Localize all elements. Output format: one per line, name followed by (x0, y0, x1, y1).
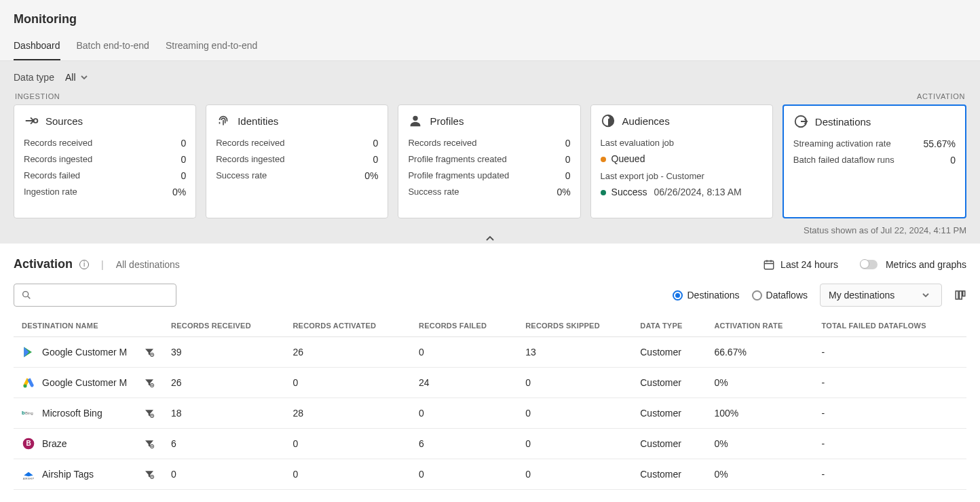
data-type-select[interactable]: All (65, 72, 88, 83)
destination-name: Braze (42, 438, 137, 449)
svg-point-11 (24, 385, 27, 388)
destinations-streaming-rate-label: Streaming activation rate (793, 138, 891, 149)
data-type-value: All (65, 72, 76, 83)
audiences-success-timestamp: 06/26/2024, 8:13 AM (654, 187, 742, 197)
cell-rate: 66.67% (706, 337, 813, 368)
filter-add-icon[interactable] (144, 438, 155, 449)
page-title: Monitoring (14, 12, 966, 26)
card-profiles-title: Profiles (430, 115, 464, 127)
search-input[interactable] (37, 290, 169, 301)
sources-records-failed-value: 0 (181, 170, 186, 181)
activation-title: Activation (14, 257, 73, 271)
cell-received: 18 (163, 398, 284, 429)
th-activated[interactable]: RECORDS ACTIVATED (284, 315, 411, 337)
radio-destinations[interactable]: Destinations (673, 290, 739, 301)
cell-failed: 6 (411, 429, 517, 459)
card-destinations-title: Destinations (815, 116, 871, 128)
data-type-label: Data type (14, 72, 54, 83)
cell-skipped: 0 (517, 429, 632, 459)
card-sources-title: Sources (45, 115, 83, 127)
sources-records-received-value: 0 (181, 138, 186, 149)
tab-dashboard[interactable]: Dashboard (14, 40, 60, 60)
sources-ingestion-rate-value: 0% (172, 187, 186, 197)
all-destinations-link[interactable]: All destinations (116, 259, 180, 270)
collapse-icon[interactable] (484, 233, 496, 245)
profiles-fragments-created-label: Profile fragments created (408, 154, 506, 165)
identities-success-rate-value: 0% (364, 170, 378, 181)
destination-name: Microsoft Bing (42, 408, 137, 419)
sources-records-failed-label: Records failed (24, 170, 80, 181)
table-row[interactable]: bBingMicrosoft Bing182800Customer100%- (14, 398, 966, 429)
info-icon[interactable]: i (79, 260, 89, 269)
sources-icon (24, 113, 39, 128)
destination-logo-icon: B (22, 437, 35, 450)
th-rate[interactable]: ACTIVATION RATE (706, 315, 813, 337)
radio-dataflows-indicator (752, 290, 762, 301)
radio-dataflows[interactable]: Dataflows (752, 290, 808, 301)
cell-received: 26 (163, 368, 284, 398)
time-range-picker[interactable]: Last 24 hours (763, 258, 838, 271)
filter-add-icon[interactable] (144, 469, 155, 480)
destinations-dropdown[interactable]: My destinations (820, 284, 942, 307)
table-row[interactable]: Google Customer M260240Customer0%- (14, 368, 966, 398)
profiles-fragments-created-value: 0 (565, 154, 571, 165)
filter-add-icon[interactable] (144, 347, 155, 358)
destination-logo-icon: bBing (22, 406, 35, 420)
filter-add-icon[interactable] (144, 408, 155, 419)
table-row[interactable]: BBraze6060Customer0%- (14, 429, 966, 459)
audiences-queued: Queued (611, 153, 645, 164)
destinations-dropdown-value: My destinations (829, 290, 894, 301)
cell-activated: 0 (284, 429, 411, 459)
column-settings-button[interactable] (954, 289, 966, 301)
card-destinations[interactable]: Destinations Streaming activation rate55… (783, 104, 966, 218)
sources-records-ingested-value: 0 (181, 154, 186, 165)
sources-records-ingested-label: Records ingested (24, 154, 92, 165)
tab-streaming-end-to-end[interactable]: Streaming end-to-end (166, 40, 257, 60)
destination-logo-icon (22, 345, 35, 359)
svg-text:AIRSHIP: AIRSHIP (23, 477, 35, 480)
svg-text:Bing: Bing (25, 411, 33, 415)
card-profiles[interactable]: Profiles Records received0 Profile fragm… (398, 104, 580, 218)
metrics-toggle[interactable] (860, 260, 878, 269)
th-data-type[interactable]: DATA TYPE (632, 315, 706, 337)
destinations-batch-failed-label: Batch failed dataflow runs (793, 155, 894, 166)
radio-dataflows-label: Dataflows (766, 290, 808, 301)
audiences-last-eval-label: Last evaluation job (601, 138, 763, 148)
card-audiences-title: Audiences (622, 115, 670, 127)
chevron-down-icon (922, 291, 930, 299)
svg-rect-7 (956, 291, 958, 299)
cell-data-type: Customer (632, 368, 706, 398)
card-sources[interactable]: Sources Records received0 Records ingest… (14, 104, 196, 218)
tabs: Dashboard Batch end-to-end Streaming end… (14, 40, 966, 60)
search-icon (21, 290, 32, 301)
radio-destinations-indicator (673, 290, 683, 301)
svg-point-6 (23, 292, 29, 297)
filter-add-icon[interactable] (144, 377, 155, 388)
cell-received: 0 (163, 459, 284, 490)
identities-success-rate-label: Success rate (216, 170, 267, 181)
svg-point-3 (607, 117, 609, 119)
th-failed[interactable]: RECORDS FAILED (411, 315, 517, 337)
th-name[interactable]: DESTINATION NAME (14, 315, 163, 337)
card-audiences[interactable]: Audiences Last evaluation job Queued Las… (590, 104, 773, 218)
th-total-failed[interactable]: TOTAL FAILED DATAFLOWS (814, 315, 966, 337)
audiences-last-export-label: Last export job - Customer (601, 171, 763, 181)
metrics-toggle-label: Metrics and graphs (886, 259, 966, 270)
destinations-icon (793, 114, 808, 129)
radio-destinations-label: Destinations (687, 290, 739, 301)
cell-failed: 0 (411, 398, 517, 429)
cell-rate: 100% (706, 398, 813, 429)
th-received[interactable]: RECORDS RECEIVED (163, 315, 284, 337)
cell-total-failed: - (814, 337, 966, 368)
table-row[interactable]: AIRSHIPAirship Tags0000Customer0%- (14, 459, 966, 490)
cell-total-failed: - (814, 459, 966, 490)
card-identities[interactable]: Identities Records received0 Records ing… (206, 104, 388, 218)
ingestion-label: INGESTION (15, 92, 60, 100)
tab-batch-end-to-end[interactable]: Batch end-to-end (77, 40, 149, 60)
table-row[interactable]: Google Customer M3926013Customer66.67%- (14, 337, 966, 368)
th-skipped[interactable]: RECORDS SKIPPED (517, 315, 632, 337)
destination-name: Google Customer M (42, 347, 137, 358)
destination-name: Airship Tags (42, 469, 137, 480)
svg-text:B: B (26, 440, 31, 447)
status-dot-queued (601, 157, 606, 162)
